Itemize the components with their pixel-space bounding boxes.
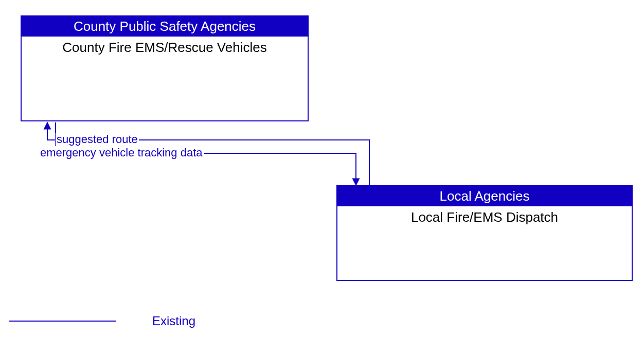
flow-tracking-data-label: emergency vehicle tracking data [39, 146, 204, 160]
entity-county-header: County Public Safety Agencies [22, 16, 308, 37]
flow-suggested-route-label: suggested route [56, 133, 139, 146]
legend-existing-label: Existing [152, 314, 195, 328]
diagram-canvas: County Public Safety Agencies County Fir… [0, 0, 644, 354]
entity-local-header: Local Agencies [337, 186, 632, 206]
entity-county-body: County Fire EMS/Rescue Vehicles [22, 37, 308, 56]
entity-county-public-safety: County Public Safety Agencies County Fir… [21, 15, 309, 121]
entity-local-body: Local Fire/EMS Dispatch [337, 206, 632, 225]
entity-local-agencies: Local Agencies Local Fire/EMS Dispatch [336, 185, 633, 281]
